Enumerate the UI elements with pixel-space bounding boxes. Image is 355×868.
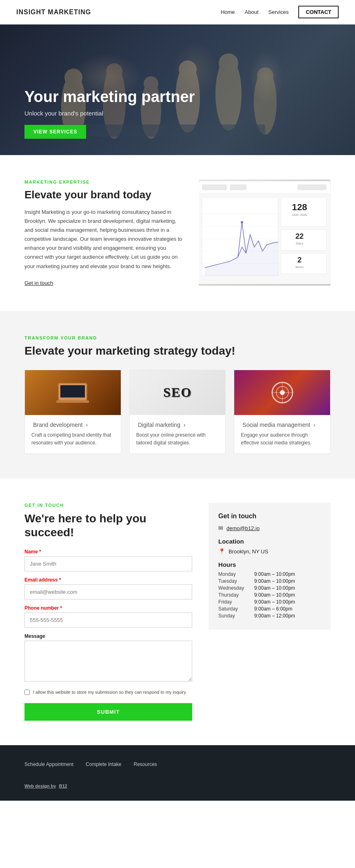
hours-time: 9:00am – 10:00pm <box>254 592 295 598</box>
hours-time: 9:00am – 12:00pm <box>254 613 295 619</box>
contact-section: GET IN TOUCH We're here to help you succ… <box>0 478 355 745</box>
contact-info-box: Get in touch ✉ demo@b12.io Location 📍 Br… <box>209 503 331 630</box>
email-input[interactable] <box>24 584 192 599</box>
submit-button[interactable]: SUBMIT <box>24 703 192 721</box>
nav-home[interactable]: Home <box>221 9 235 15</box>
footer-link[interactable]: Complete Intake <box>86 761 121 767</box>
svg-text:User visits: User visits <box>292 213 307 217</box>
hero-section: Your marketing partner Unlock your brand… <box>0 24 355 155</box>
about-body: Insight Marketing is your go-to marketin… <box>24 208 182 271</box>
location-section-title: Location <box>218 538 321 545</box>
hours-day: Friday <box>218 599 251 605</box>
consent-checkbox[interactable] <box>24 690 30 695</box>
hero-content: Your marketing partner Unlock your brand… <box>24 89 195 139</box>
phone-required-marker: * <box>60 605 62 611</box>
contact-form: Name * Email address * Phone number * <box>24 549 192 721</box>
nav-logo: INSIGHT MARKETING <box>16 9 91 16</box>
consent-text: I allow this website to store my submiss… <box>33 689 187 696</box>
hours-time: 9:00am – 10:00pm <box>254 571 295 577</box>
hours-time: 9:00am – 10:00pm <box>254 599 295 605</box>
svg-point-33 <box>241 221 243 224</box>
brand-card-desc: Craft a compelling brand identity that r… <box>31 431 114 447</box>
footer-credit: Web design by B12 <box>24 784 331 788</box>
contact-info-container: Get in touch ✉ demo@b12.io Location 📍 Br… <box>209 503 331 721</box>
svg-point-11 <box>257 67 273 84</box>
seo-text-label: SEO <box>163 385 192 400</box>
message-field-group: Message <box>24 633 192 683</box>
brand-card-bg <box>25 370 121 415</box>
analytics-chart-svg: 128 User visits 22 Stars 2 Items <box>199 180 331 286</box>
hours-row: Tuesday9:00am – 10:00pm <box>218 578 321 584</box>
footer-link[interactable]: Schedule Appointment <box>24 761 73 767</box>
navbar: INSIGHT MARKETING Home About Services CO… <box>0 0 355 24</box>
svg-rect-16 <box>230 184 246 190</box>
about-section-label: MARKETING EXPERTISE <box>24 180 182 184</box>
hours-time: 9:00am – 10:00pm <box>254 578 295 584</box>
phone-field-group: Phone number * <box>24 605 192 628</box>
hours-day: Sunday <box>218 613 251 619</box>
message-textarea[interactable] <box>24 641 192 682</box>
hours-row: Sunday9:00am – 12:00pm <box>218 613 321 619</box>
footer: Schedule AppointmentComplete IntakeResou… <box>0 745 355 801</box>
hours-row: Friday9:00am – 10:00pm <box>218 599 321 605</box>
hero-subtitle: Unlock your brand's potential <box>24 110 195 117</box>
svg-rect-35 <box>60 385 85 397</box>
view-services-button[interactable]: VIEW SERVICES <box>24 125 86 139</box>
hours-row: Monday9:00am – 10:00pm <box>218 571 321 577</box>
contact-title: We're here to help you succeed! <box>24 512 192 539</box>
seo-card-image: SEO <box>130 370 226 415</box>
social-card-title: Social media management › <box>241 422 324 428</box>
service-card-brand: Brand development › Craft a compelling b… <box>24 370 121 454</box>
social-card-bg <box>234 370 330 415</box>
service-card-seo: SEO Digital marketing › Boost your onlin… <box>129 370 226 454</box>
hours-row: Thursday9:00am – 10:00pm <box>218 592 321 598</box>
email-label: Email address * <box>24 577 192 583</box>
svg-point-1 <box>64 69 82 87</box>
brand-card-image <box>25 370 121 415</box>
about-image-container: 128 User visits 22 Stars 2 Items <box>199 180 331 286</box>
brand-card-body: Brand development › Craft a compelling b… <box>25 415 121 453</box>
phone-label: Phone number * <box>24 605 192 611</box>
svg-point-3 <box>106 63 122 80</box>
seo-card-body: Digital marketing › Boost your online pr… <box>130 415 226 453</box>
footer-links: Schedule AppointmentComplete IntakeResou… <box>24 761 331 767</box>
services-title: Elevate your marketing strategy today! <box>24 344 331 357</box>
hours-day: Saturday <box>218 606 251 612</box>
email-field-group: Email address * <box>24 577 192 599</box>
service-card-social: Social media management › Engage your au… <box>234 370 331 454</box>
hours-list: Monday9:00am – 10:00pmTuesday9:00am – 10… <box>218 571 321 619</box>
about-get-in-touch-link[interactable]: Get in touch <box>24 280 53 286</box>
svg-text:2: 2 <box>297 256 302 264</box>
hours-day: Tuesday <box>218 578 251 584</box>
contact-section-label: GET IN TOUCH <box>24 503 192 508</box>
about-title: Elevate your brand today <box>24 189 182 201</box>
nav-about[interactable]: About <box>245 9 259 15</box>
contact-location-row: 📍 Brooklyn, NY US <box>218 548 321 555</box>
nav-services[interactable]: Services <box>268 9 289 15</box>
footer-link[interactable]: Resources <box>133 761 157 767</box>
message-label: Message <box>24 633 192 639</box>
nav-contact-button[interactable]: CONTACT <box>298 6 339 18</box>
name-input[interactable] <box>24 556 192 571</box>
hours-time: 9:00am – 10:00pm <box>254 585 295 591</box>
contact-email-link[interactable]: demo@b12.io <box>226 525 260 531</box>
seo-card-title: Digital marketing › <box>136 422 219 428</box>
hours-row: Saturday9:00am – 6:00pm <box>218 606 321 612</box>
social-card-desc: Engage your audience through effective s… <box>241 431 324 447</box>
svg-text:Items: Items <box>296 265 304 269</box>
phone-input[interactable] <box>24 613 192 628</box>
email-required-marker: * <box>59 577 61 583</box>
contact-email-row: ✉ demo@b12.io <box>218 525 321 531</box>
footer-credit-brand[interactable]: B12 <box>59 784 67 788</box>
hours-day: Monday <box>218 571 251 577</box>
svg-rect-17 <box>297 184 326 190</box>
hours-day: Wednesday <box>218 585 251 591</box>
footer-credit-text: Web design by <box>24 784 56 788</box>
services-label: TRANSFORM YOUR BRAND <box>24 335 331 340</box>
contact-info-title: Get in touch <box>218 513 321 520</box>
svg-text:128: 128 <box>292 202 307 212</box>
contact-location: Brooklyn, NY US <box>229 548 268 555</box>
hours-section-title: Hours <box>218 561 321 568</box>
hero-title: Your marketing partner <box>24 89 195 106</box>
svg-rect-36 <box>56 400 89 403</box>
